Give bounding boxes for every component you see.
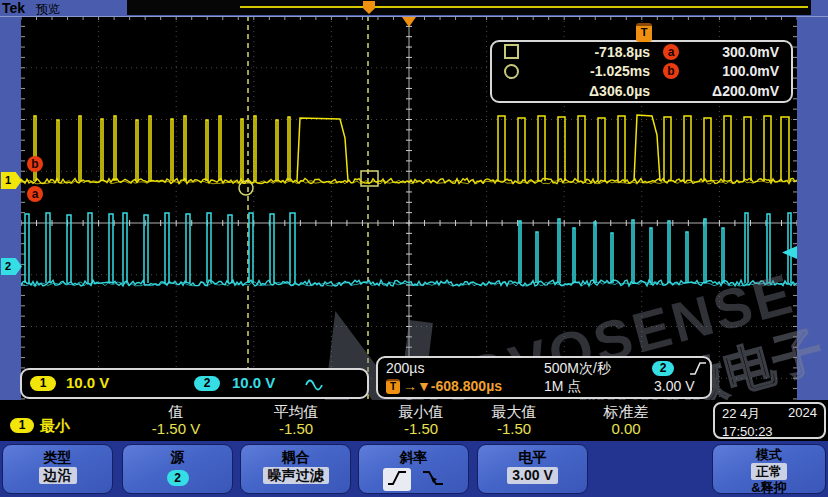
title-bar: Tek 预览 — [0, 0, 828, 17]
cursor-b-badge: b — [663, 63, 679, 79]
trigger-source-badge: 2 — [652, 361, 674, 376]
menu-button-coupling[interactable]: 耦合 噪声过滤 — [240, 444, 351, 494]
menu-button-type[interactable]: 类型 边沿 — [2, 444, 113, 494]
cursor-delta-time: Δ306.0µs — [522, 83, 650, 99]
datetime-box: 22 4月 2024 17:50:23 — [713, 402, 826, 439]
trigger-position-marker-icon — [402, 17, 416, 27]
cursor-a-value: 300.0mV — [692, 44, 791, 60]
cursor-b-marker: b — [27, 156, 43, 172]
circle-cursor-icon — [504, 64, 519, 79]
cursor-a-marker: a — [27, 186, 43, 202]
record-view-strip — [127, 0, 811, 15]
coupling-value: 噪声过滤 — [263, 467, 329, 484]
left-sidebar — [0, 16, 21, 400]
acquisition-readout-box: 200µs 500M次/秒 2 T →▼-608.800µs 1M 点 3.00… — [376, 356, 712, 399]
square-cursor-icon — [504, 44, 519, 59]
trigger-slope-icon — [688, 360, 708, 377]
trigger-delay-readout: →▼-608.800µs — [403, 378, 502, 394]
trigger-t-icon: T — [636, 23, 652, 42]
mode-label: 模式 — [713, 447, 825, 463]
channel2-scale: 10.0 V — [232, 374, 275, 391]
level-label: 电平 — [478, 449, 587, 467]
time-text: 17:50:23 — [715, 423, 824, 440]
meas-value: -1.50 V — [120, 420, 232, 437]
year-text: 2024 — [788, 405, 817, 423]
brand-logo: Tek — [2, 0, 25, 16]
square-cursor-time: -718.8µs — [522, 44, 650, 60]
rising-slope-icon — [383, 468, 411, 491]
sample-rate-readout: 500M次/秒 — [544, 360, 611, 378]
timebase-readout: 200µs — [386, 360, 424, 376]
trigger-status-label: 预览 — [36, 1, 60, 18]
type-value: 边沿 — [39, 467, 77, 484]
record-waveform-line — [240, 6, 808, 8]
slope-label: 斜率 — [359, 449, 468, 467]
falling-slope-icon — [421, 474, 445, 490]
coupling-label: 耦合 — [241, 449, 350, 467]
cursor-readout-box: -718.8µs a 300.0mV -1.025ms b 100.0mV Δ3… — [490, 40, 793, 103]
channel-scale-box: 1 10.0 V 2 10.0 V — [20, 368, 369, 399]
meas-mean: -1.50 — [240, 420, 352, 437]
circle-cursor-time: -1.025ms — [522, 63, 650, 79]
measurement-row: 1 最小 值 平均值 最小值 最大值 标准差 -1.50 V -1.50 -1.… — [0, 400, 828, 441]
trigger-level-readout: 3.00 V — [654, 378, 694, 394]
measurement-channel-badge: 1 — [10, 418, 34, 433]
type-label: 类型 — [3, 449, 112, 467]
right-sidebar — [797, 16, 828, 400]
source-channel-badge: 2 — [167, 470, 189, 486]
record-length-readout: 1M 点 — [544, 378, 581, 396]
trigger-t-small-icon: T — [386, 379, 400, 394]
channel2-badge: 2 — [194, 376, 220, 391]
menu-button-level[interactable]: 电平 3.00 V — [477, 444, 588, 494]
menu-button-source[interactable]: 源 2 — [122, 444, 233, 494]
meas-max: -1.50 — [458, 420, 570, 437]
cursor-a-badge: a — [663, 44, 679, 60]
channel1-scale: 10.0 V — [66, 374, 109, 391]
cursor-b-value: 100.0mV — [692, 63, 791, 79]
channel1-badge: 1 — [30, 376, 56, 391]
level-value: 3.00 V — [507, 467, 557, 484]
menu-button-slope[interactable]: 斜率 — [358, 444, 469, 494]
measurement-name: 最小 — [40, 417, 70, 436]
mode-value2: &释抑 — [713, 480, 825, 496]
meas-stddev: 0.00 — [570, 420, 682, 437]
ac-coupling-sine-icon — [304, 376, 324, 394]
mode-value: 正常 — [751, 463, 787, 480]
cursor-delta-value: Δ200.0mV — [692, 83, 791, 99]
bottom-menu-bar: 类型 边沿 源 2 耦合 噪声过滤 斜率 电平 3.00 V 模式 正常 &释抑 — [0, 441, 828, 497]
source-label: 源 — [123, 449, 232, 467]
date-text: 22 4月 — [722, 405, 760, 423]
menu-button-mode[interactable]: 模式 正常 &释抑 — [712, 444, 826, 494]
record-trigger-position-icon — [363, 1, 375, 14]
